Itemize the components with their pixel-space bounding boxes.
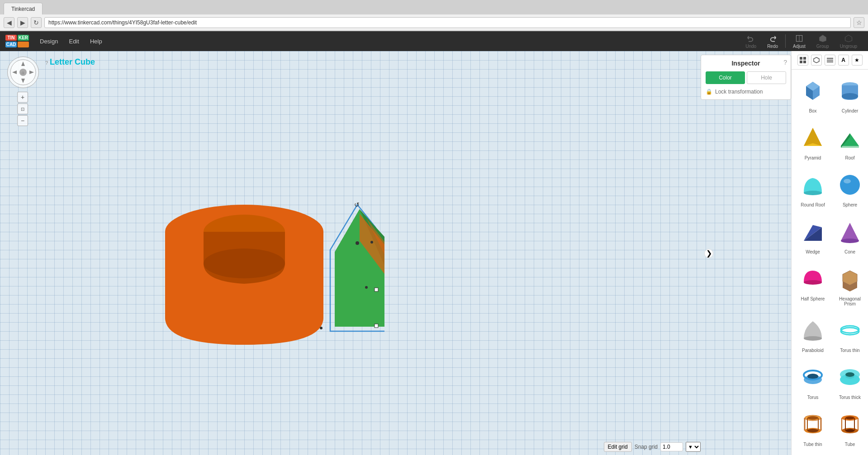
svg-point-62	[841, 326, 859, 333]
shape-cone[interactable]: Cone	[832, 214, 868, 259]
torus-thick-label: Torus thick	[839, 395, 861, 400]
undo-button[interactable]: Undo	[742, 33, 760, 50]
back-button[interactable]: ◀	[4, 17, 14, 28]
snap-grid-label: Snap grid	[635, 444, 658, 450]
round-roof-icon	[797, 169, 829, 201]
snap-grid-input[interactable]	[660, 442, 683, 451]
refresh-button[interactable]: ↻	[31, 17, 42, 28]
svg-marker-2	[819, 35, 826, 42]
hex-prism-icon	[834, 263, 866, 295]
wedge-icon	[797, 216, 829, 248]
3d-scene-svg: ↺ ↺	[113, 96, 384, 345]
svg-point-56	[804, 280, 822, 285]
list-view-button[interactable]	[825, 55, 835, 66]
roof-icon	[834, 122, 866, 154]
hole-button[interactable]: Hole	[747, 71, 786, 84]
browser-tab[interactable]: Tinkercad	[4, 3, 43, 14]
zoom-controls: + ⊡ −	[17, 92, 28, 126]
shape-sphere[interactable]: Sphere	[832, 167, 868, 212]
shape-pyramid[interactable]: Pyramid	[795, 120, 830, 165]
color-button[interactable]: Color	[706, 71, 745, 84]
svg-rect-20	[375, 288, 378, 291]
app-topbar: TIN KER CAD Design Edit Help Undo Redo A	[0, 31, 868, 51]
ungroup-button[interactable]: Ungroup	[836, 33, 861, 50]
shape-half-sphere[interactable]: Half Sphere	[795, 261, 830, 311]
shape-torus[interactable]: Torus	[795, 360, 830, 405]
bookmark-button[interactable]: ☆	[854, 17, 864, 28]
panel-collapse-arrow[interactable]: ❯	[704, 249, 713, 258]
hex-view-button[interactable]	[811, 55, 822, 66]
svg-marker-3	[845, 35, 852, 42]
lock-row: 🔒 Lock transformation	[706, 89, 786, 95]
svg-rect-36	[827, 58, 833, 59]
zoom-out-button[interactable]: −	[17, 115, 28, 126]
svg-point-55	[841, 239, 859, 243]
svg-point-28	[320, 327, 323, 329]
star-view-button[interactable]: ★	[852, 55, 863, 66]
adjust-button[interactable]: Adjust	[789, 33, 809, 50]
zoom-in-button[interactable]: +	[17, 92, 28, 103]
svg-point-73	[807, 429, 818, 432]
svg-marker-35	[814, 57, 819, 63]
cone-icon	[834, 216, 866, 248]
shape-tube[interactable]: Tube	[832, 407, 868, 452]
svg-point-29	[370, 241, 373, 244]
shape-round-roof[interactable]: Round Roof	[795, 167, 830, 212]
shape-hex-prism[interactable]: Hexagonal Prism	[832, 261, 868, 311]
svg-marker-54	[841, 223, 859, 241]
shape-torus-thin[interactable]: Torus thin	[832, 313, 868, 358]
svg-rect-22	[375, 324, 378, 328]
shapes-grid: Box Cylinder Pyramid	[792, 70, 868, 455]
nav-widget: ⌂ ? + ⊡ −	[7, 56, 39, 88]
svg-point-60	[804, 336, 822, 341]
tube-thin-icon	[797, 408, 829, 440]
svg-rect-31	[800, 57, 802, 60]
svg-point-77	[845, 429, 854, 432]
tinkercad-logo[interactable]: TIN KER CAD	[4, 33, 31, 49]
pyramid-icon	[797, 122, 829, 154]
tube-icon	[834, 408, 866, 440]
logo-tin: TIN	[5, 35, 17, 41]
browser-chrome: Tinkercad ◀ ▶ ↻ https://www.tinkercad.co…	[0, 0, 868, 31]
nav-compass[interactable]: ⌂	[7, 56, 39, 88]
inspector-title: Inspector	[706, 60, 786, 67]
pyramid-label: Pyramid	[805, 155, 821, 160]
shape-cylinder[interactable]: Cylinder	[832, 73, 868, 118]
svg-point-50	[840, 175, 860, 195]
half-sphere-label: Half Sphere	[801, 296, 825, 301]
cone-label: Cone	[844, 249, 855, 254]
shape-tube-thin[interactable]: Tube thin	[795, 407, 830, 452]
shape-roof[interactable]: Roof	[832, 120, 868, 165]
zoom-fit-button[interactable]: ⊡	[17, 103, 28, 114]
snap-grid-select[interactable]: ▼	[686, 442, 701, 452]
text-view-button[interactable]: A	[838, 55, 849, 66]
browser-toolbar: ◀ ▶ ↻ https://www.tinkercad.com/things/4…	[0, 14, 868, 31]
logo-cad-bot	[18, 42, 29, 47]
forward-button[interactable]: ▶	[17, 17, 28, 28]
svg-point-72	[807, 416, 818, 420]
shape-box[interactable]: Box	[795, 73, 830, 118]
nav-edit[interactable]: Edit	[63, 36, 84, 47]
help-icon[interactable]: ?	[45, 60, 48, 66]
redo-button[interactable]: Redo	[764, 33, 782, 50]
address-bar[interactable]: https://www.tinkercad.com/things/4YI58gU…	[44, 17, 851, 28]
nav-design[interactable]: Design	[34, 36, 63, 47]
svg-rect-37	[827, 60, 833, 61]
shape-paraboloid[interactable]: Paraboloid	[795, 313, 830, 358]
shape-torus-thick[interactable]: Torus thick	[832, 360, 868, 405]
main-area: ⌂ ? + ⊡ − Letter Cube	[0, 51, 868, 455]
box-label: Box	[809, 108, 816, 113]
logo-ker: KER	[18, 35, 29, 41]
svg-point-30	[356, 241, 359, 245]
svg-point-51	[844, 179, 851, 183]
svg-point-14	[204, 249, 285, 278]
edit-grid-button[interactable]: Edit grid	[604, 442, 632, 452]
canvas-area[interactable]: ⌂ ? + ⊡ − Letter Cube	[0, 51, 791, 455]
nav-help[interactable]: Help	[85, 36, 108, 47]
inspector-help[interactable]: ?	[783, 59, 787, 66]
grid-view-button[interactable]	[797, 55, 808, 66]
lock-icon: 🔒	[706, 89, 712, 95]
shape-wedge[interactable]: Wedge	[795, 214, 830, 259]
logo-cad-top: CAD	[5, 42, 17, 47]
group-button[interactable]: Group	[813, 33, 833, 50]
